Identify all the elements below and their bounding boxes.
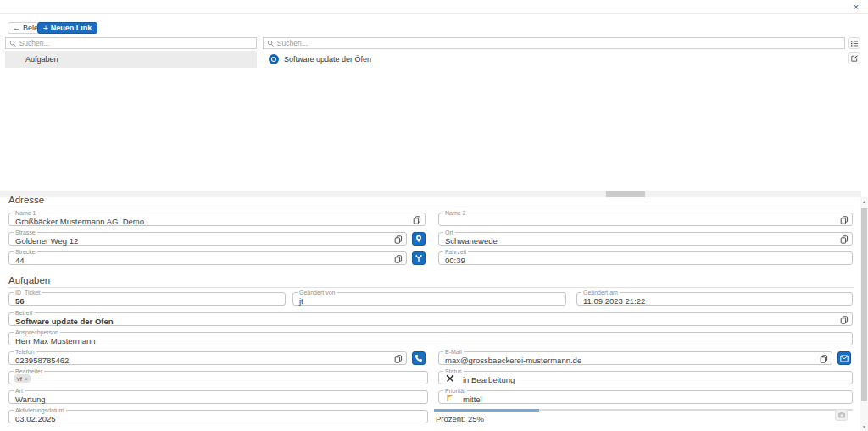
status-value: in Bearbeitung	[463, 375, 515, 384]
name1-label: Name 1	[14, 210, 38, 216]
scroll-up-icon[interactable]: ▲	[860, 197, 868, 206]
aktivierungsdatum-field[interactable]: Aktivierungsdatum 03.02.2025	[8, 410, 428, 423]
copy-icon[interactable]	[394, 235, 403, 244]
horizontal-scrollbar[interactable]	[0, 191, 861, 197]
betreff-field[interactable]: Betreff Software update der Öfen	[8, 312, 853, 326]
prozent-field[interactable]: Prozent: 25%	[434, 409, 853, 423]
copy-icon[interactable]	[840, 216, 849, 224]
linked-record-option[interactable]: Software update der Öfen	[269, 52, 371, 66]
call-button[interactable]	[412, 351, 426, 365]
radio-selected-icon[interactable]	[269, 54, 279, 64]
window-divider	[0, 13, 868, 14]
strasse-field[interactable]: Strasse Goldener Weg 12	[8, 232, 407, 246]
strasse-value: Goldener Weg 12	[15, 236, 78, 246]
id-ticket-value: 56	[15, 296, 25, 306]
bearbeiter-field[interactable]: Bearbeiter vf ×	[8, 371, 428, 384]
bearbeiter-label: Bearbeiter	[14, 368, 44, 374]
plus-icon: +	[43, 24, 48, 33]
copy-icon[interactable]	[840, 235, 849, 244]
section-title-aufgaben: Aufgaben	[8, 275, 50, 285]
telefon-value: 023958785462	[15, 356, 69, 365]
left-search-input[interactable]	[19, 39, 253, 47]
sidebar-item-label: Aufgaben	[25, 55, 58, 64]
section-divider	[8, 207, 854, 207]
left-search-box	[5, 37, 257, 49]
bearbeiter-chip-text: vf	[17, 375, 22, 383]
prozent-progress-fill	[434, 409, 539, 412]
linked-record-label: Software update der Öfen	[284, 55, 371, 64]
ort-value: Schwanewede	[445, 236, 498, 246]
status-field[interactable]: Status in Bearbeitung	[438, 371, 853, 384]
geaendert-von-label: Geändert von	[298, 290, 337, 296]
prozent-label: Prozent: 25%	[436, 414, 484, 423]
betreff-value: Software update der Öfen	[15, 317, 114, 326]
strecke-label: Strecke	[14, 249, 37, 255]
horizontal-scrollbar-thumb[interactable]	[606, 191, 645, 197]
new-link-label: Neuen Link	[51, 24, 92, 32]
tools-icon	[446, 374, 454, 383]
copy-icon[interactable]	[413, 216, 421, 224]
list-options-button[interactable]	[848, 37, 860, 49]
scroll-down-icon[interactable]: ▼	[860, 423, 868, 431]
art-label: Art	[14, 388, 25, 394]
send-email-button[interactable]	[837, 351, 851, 365]
ort-field[interactable]: Ort Schwanewede	[438, 232, 853, 246]
edit-record-button[interactable]	[848, 52, 860, 64]
name1-field[interactable]: Name 1 Großbäcker Mustermann AG Demo	[8, 213, 426, 226]
chip-remove-icon[interactable]: ×	[25, 376, 28, 382]
geaendert-am-label: Geändert am	[581, 290, 620, 296]
aktivierungsdatum-value: 03.02.2025	[15, 414, 56, 423]
fahrzeit-label: Fahrzeit	[443, 249, 468, 255]
location-pin-icon	[415, 235, 423, 243]
search-icon	[267, 40, 275, 47]
copy-icon[interactable]	[840, 316, 849, 324]
section-divider	[8, 287, 854, 288]
list-options-icon	[850, 40, 859, 47]
telefon-label: Telefon	[14, 349, 36, 355]
geaendert-am-field[interactable]: Geändert am 11.09.2023 21:22	[576, 292, 853, 306]
camera-icon	[837, 412, 846, 418]
strecke-field[interactable]: Strecke 44	[8, 251, 407, 265]
art-field[interactable]: Art Wartung	[8, 390, 428, 404]
sidebar-item-aufgaben[interactable]: Aufgaben	[5, 51, 257, 68]
ansprechperson-field[interactable]: Ansprechperson Herr Max Mustermann	[8, 332, 853, 345]
section-title-adresse: Adresse	[8, 195, 44, 205]
geaendert-von-field[interactable]: Geändert von jt	[292, 292, 566, 306]
vertical-scrollbar[interactable]: ▲ ▼	[860, 197, 868, 431]
route-button[interactable]	[412, 251, 426, 265]
ansprechperson-label: Ansprechperson	[14, 329, 60, 335]
fahrzeit-value: 00:39	[445, 256, 465, 265]
copy-icon[interactable]	[394, 255, 403, 263]
route-icon	[415, 254, 423, 262]
right-search-input[interactable]	[277, 39, 841, 47]
strasse-label: Strasse	[14, 229, 37, 235]
attachment-button[interactable]	[835, 409, 848, 421]
bearbeiter-chip[interactable]: vf ×	[14, 374, 31, 383]
prioritaet-field[interactable]: Priorität mittel	[438, 390, 853, 404]
vertical-scrollbar-thumb[interactable]	[861, 208, 867, 401]
aktivierungsdatum-label: Aktivierungsdatum	[14, 407, 66, 413]
id-ticket-field[interactable]: ID_Ticket 56	[8, 292, 286, 306]
telefon-field[interactable]: Telefon 023958785462	[8, 351, 407, 365]
map-location-button[interactable]	[412, 232, 426, 246]
email-label: E-Mail	[443, 349, 464, 355]
close-icon[interactable]: ×	[849, 1, 863, 13]
copy-icon[interactable]	[394, 355, 403, 363]
prioritaet-value: mittel	[463, 395, 482, 404]
ort-label: Ort	[443, 229, 455, 235]
geaendert-von-value: jt	[299, 296, 303, 306]
app-window: × ← Beleg + Neuen Link	[0, 0, 868, 431]
copy-icon[interactable]	[820, 355, 828, 363]
flag-icon	[446, 394, 454, 402]
phone-icon	[415, 354, 423, 362]
name2-label: Name 2	[443, 210, 468, 216]
new-link-button[interactable]: + Neuen Link	[37, 22, 97, 34]
email-field[interactable]: E-Mail max@grossbaeckerei-mustermann.de	[438, 351, 832, 365]
fahrzeit-field[interactable]: Fahrzeit 00:39	[438, 251, 853, 265]
id-ticket-label: ID_Ticket	[14, 290, 42, 296]
envelope-icon	[840, 355, 849, 362]
geaendert-am-value: 11.09.2023 21:22	[583, 296, 645, 306]
right-search-box	[263, 37, 845, 49]
search-icon	[9, 40, 17, 47]
name2-field[interactable]: Name 2	[438, 213, 853, 226]
